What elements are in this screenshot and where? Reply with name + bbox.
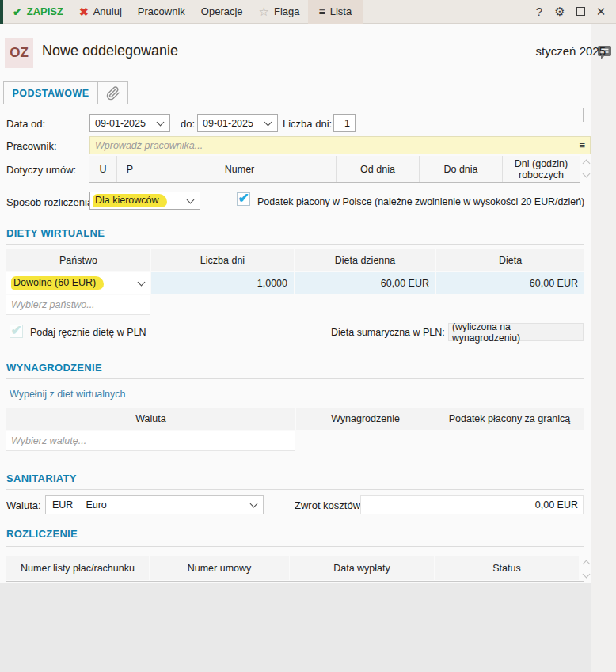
operations-menu-label: Operacje xyxy=(201,6,243,17)
help-button[interactable]: ? xyxy=(529,0,549,24)
tax-in-poland-label: Podatek płacony w Polsce (należne zwolni… xyxy=(257,196,584,207)
manual-pln-checkbox[interactable]: ✔ xyxy=(10,325,23,338)
settlement-table-header: Numer listy płac/rachunku Numer umowy Da… xyxy=(6,556,580,580)
contracts-col-p[interactable]: P xyxy=(117,156,143,182)
cancel-button-label: Anuluj xyxy=(93,6,122,17)
sanitary-currency-code: EUR xyxy=(46,499,78,511)
record-type-badge: OZ xyxy=(5,38,33,68)
diets-country-select[interactable]: Dowolne (60 EUR) xyxy=(6,272,150,294)
diets-new-country-select[interactable]: Wybierz państwo... xyxy=(6,295,150,315)
settlement-table-scroll[interactable] xyxy=(584,561,589,577)
settlement-col-data-wyplaty[interactable]: Data wypłaty xyxy=(290,556,434,580)
check-icon: ✔ xyxy=(13,6,22,18)
close-button[interactable]: ✕ xyxy=(591,0,611,24)
refund-value: 0,00 EUR xyxy=(530,499,583,511)
employee-lookup-icon[interactable]: ≡ xyxy=(579,139,590,151)
settings-gear-button[interactable]: ⚙ xyxy=(549,0,570,24)
section-separator xyxy=(6,378,584,379)
diets-col-liczba-dni[interactable]: Liczba dni xyxy=(151,249,294,271)
right-gutter xyxy=(591,24,616,672)
date-from-value: 09-01-2025 xyxy=(90,118,150,129)
period-label: styczeń 2025 xyxy=(536,44,606,58)
paperclip-icon xyxy=(106,86,120,101)
date-from-select[interactable]: 09-01-2025 xyxy=(89,114,170,132)
diets-country-value: Dowolne (60 EUR) xyxy=(11,276,104,290)
employee-input[interactable]: Wprowadź pracownika... ≡ xyxy=(89,136,591,154)
cancel-x-icon: ✖ xyxy=(79,6,89,18)
tab-podstawowe[interactable]: PODSTAWOWE xyxy=(3,81,98,104)
sanitary-currency-label: Waluta: xyxy=(6,499,41,511)
contracts-col-u[interactable]: U xyxy=(89,156,117,182)
refund-input[interactable]: 0,00 EUR xyxy=(360,495,584,514)
salary-new-currency-select[interactable]: Wybierz walutę... xyxy=(6,431,295,451)
panel-scroll-up[interactable] xyxy=(583,108,584,122)
close-icon: ✕ xyxy=(596,5,606,19)
diets-new-row: Wybierz państwo... xyxy=(6,295,151,315)
diets-col-panstwo[interactable]: Państwo xyxy=(6,249,150,271)
cancel-button[interactable]: ✖ Anuluj xyxy=(71,0,130,24)
tab-attachments[interactable] xyxy=(98,81,128,104)
checkmark-icon: ✔ xyxy=(10,324,21,337)
checkmark-icon: ✔ xyxy=(238,192,249,205)
settlement-method-select[interactable]: Dla kierowców xyxy=(89,192,200,210)
list-button[interactable]: ≡ Lista xyxy=(308,0,363,24)
sanitary-currency-name: Euro xyxy=(78,499,111,511)
salary-col-podatek[interactable]: Podatek płacony za granicą xyxy=(435,408,584,430)
diets-col-dieta-dzienna[interactable]: Dieta dzienna xyxy=(295,249,435,271)
sanitary-currency-select[interactable]: EUR Euro xyxy=(45,495,264,514)
days-count-label: Liczba dni: xyxy=(283,118,332,130)
date-to-select[interactable]: 09-01-2025 xyxy=(197,114,278,132)
settlement-method-value: Dla kierowców xyxy=(93,194,167,207)
flag-button[interactable]: ☆ Flaga xyxy=(251,0,308,24)
diets-table-header: Państwo Liczba dni Dieta dzienna Dieta xyxy=(6,249,585,271)
diets-daily-rate-cell[interactable]: 60,00 EUR xyxy=(295,272,435,294)
diet-summary-label: Dieta sumaryczna w PLN: xyxy=(331,327,445,338)
list-button-label: Lista xyxy=(330,6,352,17)
diet-summary-field: (wyliczona na wynagrodzeniu) xyxy=(448,323,584,341)
tax-in-poland-checkbox[interactable]: ✔ xyxy=(237,192,250,206)
flag-button-label: Flaga xyxy=(274,6,300,17)
days-count-input[interactable]: 1 xyxy=(333,114,356,132)
chevron-down-icon xyxy=(264,118,272,126)
maximize-button[interactable] xyxy=(570,0,591,24)
settlement-col-lista-plac[interactable]: Numer listy płac/rachunku xyxy=(6,556,149,580)
chevron-down-icon xyxy=(138,278,146,286)
operations-menu-button[interactable]: Operacje xyxy=(193,0,251,24)
contracts-col-numer[interactable]: Numer xyxy=(143,156,337,182)
salary-col-wynagrodzenie[interactable]: Wynagrodzenie xyxy=(296,408,435,430)
page-title: Nowe oddelegowanie xyxy=(42,43,178,59)
days-count-value: 1 xyxy=(340,118,355,129)
salary-col-waluta[interactable]: Waluta xyxy=(6,408,295,430)
section-separator xyxy=(6,244,584,245)
settlement-col-status[interactable]: Status xyxy=(435,556,579,580)
contracts-table-scroll[interactable] xyxy=(584,161,589,177)
contracts-label: Dotyczy umów: xyxy=(6,164,76,176)
contracts-table-header: U P Numer Od dnia Do dnia Dni (godzin) r… xyxy=(89,156,580,183)
section-wynagrodzenie: WYNAGRODZENIE xyxy=(6,362,102,374)
contracts-col-do-dnia[interactable]: Do dnia xyxy=(420,156,503,182)
diets-col-dieta[interactable]: Dieta xyxy=(436,249,584,271)
save-button-label: ZAPISZ xyxy=(27,6,63,17)
save-button[interactable]: ✔ ZAPISZ xyxy=(5,0,71,24)
delegation-form-window: ✔ ZAPISZ ✖ Anuluj Pracownik Operacje ☆ F… xyxy=(0,0,616,672)
section-separator xyxy=(6,489,584,490)
diets-total-cell[interactable]: 60,00 EUR xyxy=(436,272,584,294)
diets-row: Dowolne (60 EUR) 1,0000 60,00 EUR 60,00 … xyxy=(6,272,585,294)
refund-label: Zwrot kosztów: xyxy=(295,499,363,511)
star-icon: ☆ xyxy=(259,5,269,19)
salary-table-header: Waluta Wynagrodzenie Podatek płacony za … xyxy=(6,408,584,430)
settlement-table-bottom-border xyxy=(6,581,584,582)
section-separator xyxy=(6,546,584,547)
diets-days-cell[interactable]: 1,0000 xyxy=(151,272,294,294)
date-to-label: do: xyxy=(181,118,195,130)
contracts-col-dni-roboczych[interactable]: Dni (godzin) roboczych xyxy=(503,156,580,182)
chevron-down-icon xyxy=(187,196,195,203)
employee-menu-button[interactable]: Pracownik xyxy=(130,0,193,24)
fill-from-diets-link[interactable]: Wypełnij z diet wirtualnych xyxy=(10,389,125,400)
contracts-col-od-dnia[interactable]: Od dnia xyxy=(337,156,420,182)
diets-new-country-placeholder: Wybierz państwo... xyxy=(11,299,95,310)
salary-new-currency-placeholder: Wybierz walutę... xyxy=(11,435,86,446)
section-rozliczenie: ROZLICZENIE xyxy=(6,528,78,540)
panel-empty-area xyxy=(0,583,591,672)
settlement-col-numer-umowy[interactable]: Numer umowy xyxy=(150,556,289,580)
